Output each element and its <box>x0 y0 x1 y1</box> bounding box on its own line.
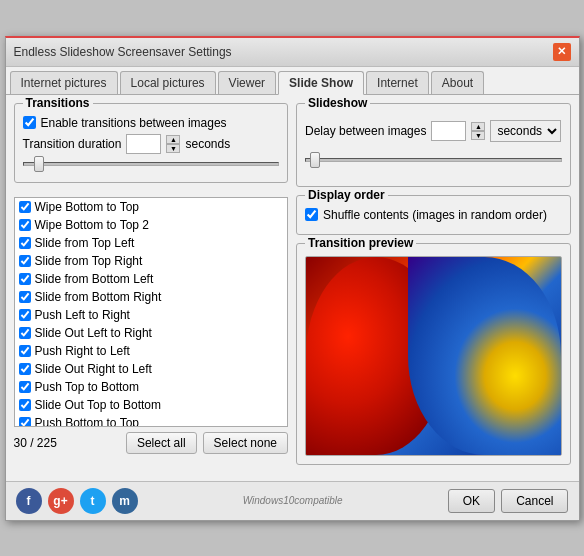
delay-unit-select[interactable]: seconds minutes <box>490 120 561 142</box>
list-item-checkbox[interactable] <box>19 201 31 213</box>
list-item-checkbox[interactable] <box>19 417 31 427</box>
display-order-content: Shuffle contents (images in random order… <box>305 208 562 222</box>
count-label: 30 / 225 <box>14 436 120 450</box>
title-bar: Endless Slideshow Screensaver Settings ✕ <box>6 38 579 67</box>
transitions-content: Enable transitions between images Transi… <box>23 116 280 166</box>
cancel-button[interactable]: Cancel <box>501 489 568 513</box>
delay-input[interactable]: 5 <box>431 121 466 141</box>
google-plus-icon[interactable]: g+ <box>48 488 74 514</box>
preview-content <box>305 256 562 456</box>
delay-down-button[interactable]: ▼ <box>471 131 485 140</box>
tab-slide-show[interactable]: Slide Show <box>278 71 364 95</box>
right-panel: Slideshow Delay between images 5 ▲ ▼ sec… <box>296 103 571 473</box>
slideshow-group: Slideshow Delay between images 5 ▲ ▼ sec… <box>296 103 571 187</box>
close-button[interactable]: ✕ <box>553 43 571 61</box>
list-item-checkbox[interactable] <box>19 237 31 249</box>
list-item-checkbox[interactable] <box>19 327 31 339</box>
enable-transitions-label: Enable transitions between images <box>41 116 227 130</box>
list-item: Push Top to Bottom <box>15 378 288 396</box>
tab-viewer[interactable]: Viewer <box>218 71 276 94</box>
list-item-checkbox[interactable] <box>19 273 31 285</box>
duration-unit: seconds <box>185 137 230 151</box>
duration-slider-track[interactable] <box>23 162 280 166</box>
list-item: Slide from Bottom Right <box>15 288 288 306</box>
list-actions: 30 / 225 Select all Select none <box>14 432 289 454</box>
list-item-label: Slide from Top Right <box>35 254 143 268</box>
list-item: Slide Out Top to Bottom <box>15 396 288 414</box>
duration-down-button[interactable]: ▼ <box>166 144 180 153</box>
ok-button[interactable]: OK <box>448 489 495 513</box>
select-none-button[interactable]: Select none <box>203 432 288 454</box>
list-item: Wipe Bottom to Top 2 <box>15 216 288 234</box>
preview-image <box>305 256 562 456</box>
list-item-checkbox[interactable] <box>19 399 31 411</box>
list-item-label: Push Bottom to Top <box>35 416 140 427</box>
duration-slider-container <box>23 162 280 166</box>
delay-slider-thumb[interactable] <box>310 152 320 168</box>
list-item: Slide from Bottom Left <box>15 270 288 288</box>
delay-slider-track <box>305 158 562 162</box>
enable-transitions-checkbox[interactable] <box>23 116 36 129</box>
list-item-checkbox[interactable] <box>19 309 31 321</box>
shuffle-label: Shuffle contents (images in random order… <box>323 208 547 222</box>
list-item-label: Slide from Top Left <box>35 236 135 250</box>
list-item-label: Slide from Bottom Right <box>35 290 162 304</box>
slideshow-group-label: Slideshow <box>305 96 370 110</box>
list-item-checkbox[interactable] <box>19 345 31 357</box>
list-item: Slide Out Right to Left <box>15 360 288 378</box>
duration-spinner: ▲ ▼ <box>166 135 180 153</box>
list-item-label: Push Top to Bottom <box>35 380 140 394</box>
list-item-label: Wipe Bottom to Top 2 <box>35 218 150 232</box>
duration-input[interactable]: 3 <box>126 134 161 154</box>
duration-slider-thumb[interactable] <box>34 156 44 172</box>
list-item-checkbox[interactable] <box>19 381 31 393</box>
preview-group: Transition preview <box>296 243 571 465</box>
list-item: Slide from Top Right <box>15 252 288 270</box>
watermark: Windows10compatible <box>243 495 343 506</box>
duration-label: Transition duration <box>23 137 122 151</box>
list-item-label: Slide from Bottom Left <box>35 272 154 286</box>
footer-bar: f g+ t m Windows10compatible OK Cancel <box>6 481 579 520</box>
footer-actions: OK Cancel <box>448 489 569 513</box>
main-content: Transitions Enable transitions between i… <box>6 95 579 481</box>
list-item: Wipe Bottom to Top <box>15 198 288 216</box>
tab-about[interactable]: About <box>431 71 484 94</box>
delay-slider-container <box>305 150 562 170</box>
delay-row: Delay between images 5 ▲ ▼ seconds minut… <box>305 120 562 142</box>
list-item: Push Bottom to Top <box>15 414 288 427</box>
list-item: Slide Out Left to Right <box>15 324 288 342</box>
shuffle-checkbox[interactable] <box>305 208 318 221</box>
twitter-icon[interactable]: t <box>80 488 106 514</box>
delay-spinner: ▲ ▼ <box>471 122 485 140</box>
list-item-checkbox[interactable] <box>19 255 31 267</box>
facebook-icon[interactable]: f <box>16 488 42 514</box>
enable-transitions-row: Enable transitions between images <box>23 116 280 130</box>
display-order-label: Display order <box>305 188 388 202</box>
tab-internet[interactable]: Internet <box>366 71 429 94</box>
list-item: Slide from Top Left <box>15 234 288 252</box>
list-item-label: Push Left to Right <box>35 308 130 322</box>
other-social-icon[interactable]: m <box>112 488 138 514</box>
transitions-group: Transitions Enable transitions between i… <box>14 103 289 183</box>
tab-internet-pictures[interactable]: Internet pictures <box>10 71 118 94</box>
list-item-checkbox[interactable] <box>19 291 31 303</box>
list-item-label: Slide Out Right to Left <box>35 362 152 376</box>
list-item-checkbox[interactable] <box>19 363 31 375</box>
delay-slider[interactable] <box>305 150 562 170</box>
tab-bar: Internet pictures Local pictures Viewer … <box>6 67 579 95</box>
list-item-label: Slide Out Left to Right <box>35 326 152 340</box>
duration-up-button[interactable]: ▲ <box>166 135 180 144</box>
list-item-label: Slide Out Top to Bottom <box>35 398 162 412</box>
slideshow-content: Delay between images 5 ▲ ▼ seconds minut… <box>305 120 562 170</box>
transitions-list[interactable]: Wipe Bottom to TopWipe Bottom to Top 2Sl… <box>14 197 289 427</box>
left-panel: Transitions Enable transitions between i… <box>14 103 289 473</box>
delay-up-button[interactable]: ▲ <box>471 122 485 131</box>
list-scroll-wrapper: Wipe Bottom to TopWipe Bottom to Top 2Sl… <box>14 191 289 427</box>
select-all-button[interactable]: Select all <box>126 432 197 454</box>
main-window: Endless Slideshow Screensaver Settings ✕… <box>5 36 580 521</box>
list-item-checkbox[interactable] <box>19 219 31 231</box>
list-item-label: Wipe Bottom to Top <box>35 200 140 214</box>
tab-local-pictures[interactable]: Local pictures <box>120 71 216 94</box>
list-item: Push Right to Left <box>15 342 288 360</box>
social-icons: f g+ t m <box>16 488 138 514</box>
